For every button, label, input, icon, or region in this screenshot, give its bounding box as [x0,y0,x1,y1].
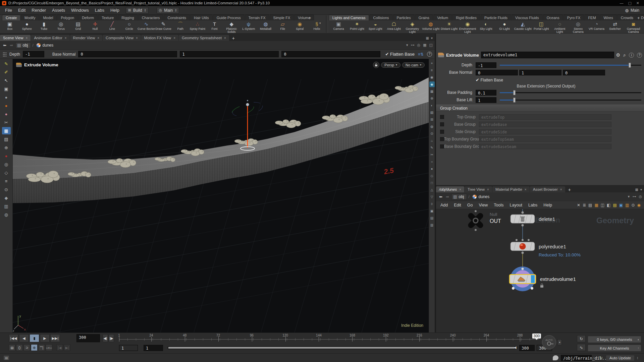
shelf-tool[interactable]: ◔ VR Camera [587,20,606,34]
viewport-display-icon[interactable]: □ [429,180,435,186]
camera-selector[interactable]: No cam▾ [402,62,425,68]
group-checkbox[interactable] [440,115,444,119]
shelf-tool[interactable]: ○ Circle [121,20,138,34]
auto-key-button[interactable]: AUTO [542,335,556,349]
new-tab-button[interactable]: + [229,36,237,41]
forward-arrow-icon[interactable]: ➡ [9,43,14,48]
viewport-tool-icon[interactable]: ✐ [2,68,11,76]
snapshot-icon[interactable]: ▦ [423,43,426,47]
viewport-display-icon[interactable]: △ [429,187,435,193]
network-menu-item[interactable]: Go [464,203,476,207]
node-extrudevolume1[interactable]: extrudevolume1 [509,266,576,291]
jump-start-button[interactable]: |◀◀ [9,334,18,342]
chevron-down-icon[interactable]: ▾ [628,194,630,199]
network-toolbar-icon[interactable]: ▣ [619,203,623,207]
shelf-tab[interactable]: Create [2,15,20,20]
range-substart-field[interactable]: 1 [144,345,163,351]
network-toolbar-icon[interactable]: ▤ [613,203,616,207]
viewport-display-icon[interactable]: ◐ [429,103,435,108]
viewport-tool-icon[interactable]: ▣ [2,85,11,93]
close-icon[interactable]: × [136,36,138,40]
shelf-tool[interactable]: ☀ Distant Light [440,20,459,34]
viewport-display-icon[interactable]: ▽ [429,194,435,200]
close-icon[interactable]: × [525,188,527,191]
tick-marks-icon[interactable]: ''''| [38,344,45,351]
network-toolbar-icon[interactable]: ◉ [637,203,641,207]
shelf-tab[interactable]: Pyro FX [564,15,584,20]
shelf-tab[interactable]: Viscous Fluids [512,15,543,20]
shelf-tab[interactable]: Model [39,15,57,20]
network-toolbar-icon[interactable]: ✕ [577,203,580,207]
viewport-display-icon[interactable]: ▧ [429,110,435,115]
dopesheet-icon[interactable]: –∘– [46,344,52,351]
shelf-tool[interactable]: ⌒ Path [172,20,189,34]
jump-end-button[interactable]: ▶▶| [50,334,60,342]
shelf-tab[interactable]: Particles [393,15,415,20]
close-icon[interactable]: × [487,188,489,191]
close-icon[interactable]: × [173,36,175,40]
shelf-tab[interactable]: Terrain FX [245,15,269,20]
pin-icon[interactable]: ⊶ [411,43,415,47]
viewport-display-icon[interactable]: ≡ [429,67,435,73]
menu-item[interactable]: File [2,6,15,15]
display-options-icon[interactable]: ◫ [429,43,433,47]
viewport-tool-icon[interactable]: ≡ [2,177,11,185]
close-button[interactable]: ✕ [636,1,639,5]
shelf-tool[interactable]: ψ L-System [240,20,257,34]
viewport-tool-icon[interactable]: ▥ [2,202,11,210]
shelf-tab[interactable]: Simple FX [270,15,294,20]
desktop-indicator[interactable]: ◍ Main [625,8,644,13]
close-icon[interactable]: × [65,36,67,40]
group-creation-section[interactable]: Group Creation [436,105,644,112]
shelf-tool[interactable]: ◉ Spiral [291,20,308,34]
shelf-tool[interactable]: ∴ Spray Paint [189,20,206,34]
viewport-display-icon[interactable]: ▦ [429,88,435,94]
pane-tab[interactable]: Motion FX View × [141,35,178,41]
menu-item[interactable]: Labs [92,6,107,15]
range-start-field[interactable]: 1 [119,345,138,351]
shelf-tool[interactable]: T Font [206,20,223,34]
shelf-tool[interactable]: ▱ File [274,20,291,34]
search-icon[interactable]: ⌕ [623,52,626,58]
menu-item[interactable]: Render [29,6,49,15]
group-checkbox[interactable] [440,122,444,126]
viewport-tool-icon[interactable]: ⊕ [2,144,11,151]
menu-item[interactable]: Help [107,6,122,15]
viewport-display-icon[interactable]: ⌖ [429,60,435,66]
gear-icon[interactable]: ⚙ [616,52,621,58]
shelf-tool[interactable]: ✛ Null [87,20,104,34]
shelf-tool[interactable]: ◎ Torus [52,20,69,34]
network-menu-item[interactable]: Layout [507,203,526,207]
shelf-tool[interactable]: ◙ Gamepad Camera [624,20,643,34]
pane-tab[interactable]: Geometry Spreadsheet × [179,35,229,41]
network-menu-item[interactable]: Edit [451,203,464,207]
pin-icon[interactable]: ⊶ [632,194,636,199]
shelf-tab[interactable]: Polygon [57,15,78,20]
menu-item[interactable]: Edit [15,6,29,15]
shelf-tab[interactable]: Crowds [617,15,637,20]
stop-button[interactable]: ▮ [30,334,39,342]
viewport-display-icon[interactable]: ◍ [429,124,435,129]
play-reverse-button[interactable]: ◀ [19,334,29,342]
chat-bubble-icon[interactable] [553,355,558,360]
shelf-tool[interactable]: ╱ Line [104,20,121,34]
forward-arrow-icon[interactable]: ➡ [445,194,450,199]
base-normal-z-field[interactable]: 0 [281,51,380,57]
network-editor[interactable]: Indie Edition Geometry Null OUT [436,209,644,333]
pane-tab[interactable]: /obj/dunes × [436,186,464,192]
next-frame-button[interactable]: |▶ [109,334,114,342]
network-menu-item[interactable]: View [476,203,491,207]
close-icon[interactable]: × [26,36,28,40]
node-out[interactable]: Null OUT [471,210,501,231]
base-normal-y-field[interactable]: 1 [180,51,279,57]
playback-range-slider[interactable] [168,346,517,349]
desktop-selector[interactable]: ⊞ Build ▲▼ [126,7,149,14]
shelf-tool[interactable]: ◭ Caustic Light [514,20,532,34]
maximize-button[interactable]: ▢ [628,1,631,5]
viewport-display-icon[interactable]: ◇ [429,173,435,179]
current-frame-field[interactable]: 300 [76,334,100,342]
shelf-tool[interactable]: ◍ Volume Light [422,20,440,34]
help-icon[interactable]: ? [427,52,432,57]
path-root-chip[interactable]: ▤ obj [451,194,467,200]
drag-handle-icon[interactable] [3,52,7,57]
